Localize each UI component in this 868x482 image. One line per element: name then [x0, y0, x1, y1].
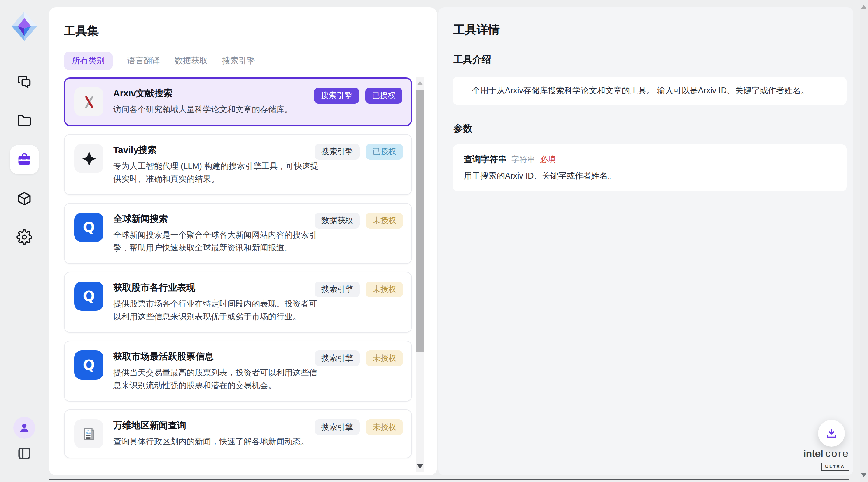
tool-category-badge: 搜索引擎: [314, 88, 359, 103]
tab-搜索引擎[interactable]: 搜索引擎: [222, 52, 255, 70]
param-required-flag: 必填: [540, 154, 556, 165]
parameter-card: 查询字符串字符串必填用于搜索的Arxiv ID、关键字或作者姓名。: [453, 144, 847, 191]
intel-wordmark: intel: [803, 448, 823, 459]
window-bottom-edge: [49, 479, 849, 480]
tool-status-badge: 未授权: [366, 212, 403, 228]
cube-icon: [17, 191, 32, 206]
tool-details-pane: 工具详情 工具介绍 一个用于从Arxiv存储库搜索科学论文和文章的工具。 输入可…: [438, 7, 854, 475]
window-scroll-up-icon[interactable]: [861, 5, 867, 9]
tool-status-badge: 未授权: [366, 282, 403, 297]
sidebar-collapse-button[interactable]: [17, 446, 32, 461]
news-icon: LOCALNEW: [74, 419, 103, 449]
details-title: 工具详情: [454, 22, 500, 38]
core-wordmark: core: [826, 448, 849, 459]
tool-list: Arxiv文献搜索 访问各个研究领域大量科学论文和文章的存储库。 搜索引擎 已授…: [64, 77, 412, 475]
tool-description: 专为人工智能代理 (LLM) 构建的搜索引擎工具，可快速提供实时、准确和真实的结…: [113, 160, 323, 185]
intel-core-ultra-logo: intelcore ULTRA: [791, 449, 849, 471]
tool-card[interactable]: Arxiv文献搜索 访问各个研究领域大量科学论文和文章的存储库。 搜索引擎 已授…: [64, 77, 412, 126]
user-avatar[interactable]: [13, 417, 35, 439]
tool-status-badge: 已授权: [365, 88, 402, 103]
window-scrollbar[interactable]: [860, 0, 868, 482]
tool-card[interactable]: Q 全球新闻搜索 全球新闻搜索是一个聚合全球各大新闻网站内容的搜索引擎，帮助用户…: [64, 203, 412, 264]
page-title: 工具集: [64, 23, 99, 39]
tool-description: 提供股票市场各个行业在特定时间段内的表现。投资者可以利用这些信息来识别表现优于或…: [113, 297, 323, 323]
tool-description: 全球新闻搜索是一个聚合全球各大新闻网站内容的搜索引擎，帮助用户快速获取全球最新资…: [113, 228, 323, 254]
app-window: 工具集 所有类别语言翻译数据获取搜索引擎 Arxiv文献搜索 访问各个研究领域大…: [0, 0, 868, 482]
tool-status-badge: 未授权: [366, 419, 403, 435]
tool-card[interactable]: Tavily搜索 专为人工智能代理 (LLM) 构建的搜索引擎工具，可快速提供实…: [64, 134, 412, 195]
gear-icon: [17, 229, 32, 245]
tool-status-badge: 已授权: [366, 144, 403, 159]
tab-所有类别[interactable]: 所有类别: [64, 52, 113, 70]
tool-category-badge: 搜索引擎: [315, 350, 360, 366]
tool-status-badge: 未授权: [366, 350, 403, 366]
sidebar-item-files[interactable]: [17, 113, 32, 129]
intro-text: 一个用于从Arxiv存储库搜索科学论文和文章的工具。 输入可以是Arxiv ID…: [453, 77, 847, 105]
q-icon: Q: [74, 350, 103, 379]
chat-icon: [17, 74, 32, 90]
tool-card[interactable]: Q 获取市场最活跃股票信息 提供当天交易量最高的股票列表，投资者可以利用这些信息…: [64, 341, 412, 402]
ultra-badge: ULTRA: [821, 462, 849, 471]
scroll-down-arrow-icon[interactable]: [417, 464, 423, 469]
tool-card[interactable]: LOCALNEW 万维地区新闻查询 查询具体行政区划内的新闻，快速了解各地新闻动…: [64, 409, 412, 458]
tool-list-scrollbar[interactable]: [416, 77, 424, 472]
tool-category-badge: 搜索引擎: [315, 419, 360, 435]
tool-description: 访问各个研究领域大量科学论文和文章的存储库。: [113, 103, 323, 116]
q-icon: Q: [74, 212, 103, 242]
sidebar-item-chat[interactable]: [17, 74, 32, 90]
folder-icon: [17, 113, 32, 129]
toolset-panel: 工具集 所有类别语言翻译数据获取搜索引擎 Arxiv文献搜索 访问各个研究领域大…: [49, 7, 437, 475]
category-tabs: 所有类别语言翻译数据获取搜索引擎: [64, 52, 255, 70]
download-icon: [825, 427, 838, 440]
app-logo-icon: [10, 10, 38, 42]
tab-语言翻译[interactable]: 语言翻译: [127, 52, 160, 70]
tool-category-badge: 数据获取: [315, 212, 360, 228]
param-name: 查询字符串: [464, 154, 506, 165]
tab-数据获取[interactable]: 数据获取: [175, 52, 208, 70]
window-scroll-down-icon[interactable]: [861, 473, 867, 477]
tool-description: 提供当天交易量最高的股票列表，投资者可以利用这些信息来识别流动性强的股票和潜在的…: [113, 366, 323, 392]
arxiv-icon: [74, 87, 103, 116]
panel-toggle-icon: [17, 446, 32, 461]
param-type: 字符串: [511, 154, 535, 165]
svg-text:NEW: NEW: [86, 431, 91, 434]
person-icon: [18, 421, 31, 434]
scrollbar-thumb[interactable]: [416, 90, 424, 351]
sidebar-item-tools[interactable]: [10, 145, 39, 174]
intro-heading: 工具介绍: [454, 54, 491, 66]
tool-description: 查询具体行政区划内的新闻，快速了解各地新闻动态。: [113, 435, 323, 448]
param-description: 用于搜索的Arxiv ID、关键字或作者姓名。: [464, 170, 836, 181]
tool-category-badge: 搜索引擎: [315, 282, 360, 297]
sidebar-item-models[interactable]: [17, 191, 32, 206]
scroll-up-arrow-icon[interactable]: [417, 81, 423, 85]
download-button[interactable]: [818, 420, 845, 447]
q-icon: Q: [74, 282, 103, 311]
tool-category-badge: 搜索引擎: [315, 144, 360, 159]
params-heading: 参数: [454, 122, 472, 135]
tool-card[interactable]: Q 获取股市各行业表现 提供股票市场各个行业在特定时间段内的表现。投资者可以利用…: [64, 272, 412, 333]
sidebar-item-settings[interactable]: [17, 229, 32, 245]
icon-sidebar: [0, 0, 49, 482]
star-icon: [74, 144, 103, 173]
toolbox-icon: [17, 152, 32, 168]
